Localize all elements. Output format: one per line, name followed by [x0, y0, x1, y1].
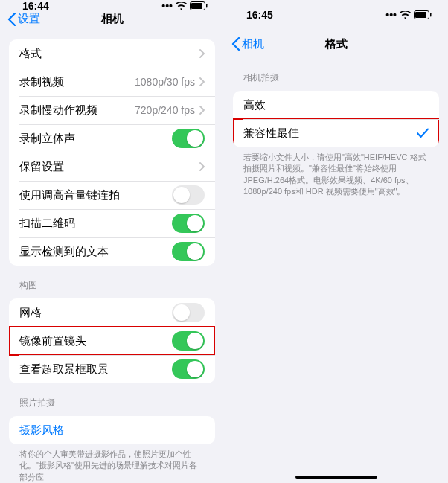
back-label: 相机 [242, 37, 264, 51]
row-record-stereo[interactable]: 录制立体声 [9, 124, 215, 153]
settings-group-2: 网格 镜像前置镜头 查看超取景框取景 [9, 298, 215, 383]
row-live-text[interactable]: 显示检测到的文本 [9, 237, 215, 266]
row-label: 镜像前置镜头 [19, 334, 86, 348]
toggle-volume-burst[interactable] [172, 185, 205, 205]
home-indicator[interactable] [295, 476, 377, 479]
row-record-slomo[interactable]: 录制慢动作视频 720p/240 fps [9, 96, 215, 124]
row-label: 格式 [19, 47, 42, 61]
camera-settings-screen: 16:44 ••• 设置 相机 格式 录制视频 1080p/30 fps 录制慢 [0, 0, 224, 483]
section-header-camera-capture: 相机拍摄 [233, 58, 439, 88]
row-grid[interactable]: 网格 [9, 298, 215, 327]
battery-icon [414, 10, 432, 19]
wifi-icon [400, 11, 411, 19]
row-high-efficiency[interactable]: 高效 [233, 91, 439, 119]
chevron-left-icon [7, 13, 16, 26]
toggle-knob [187, 361, 203, 377]
toggle-mirror-front[interactable] [172, 331, 205, 351]
svg-rect-5 [430, 13, 432, 17]
row-preserve-settings[interactable]: 保留设置 [9, 153, 215, 181]
row-label: 扫描二维码 [19, 217, 75, 231]
toggle-stereo[interactable] [172, 129, 205, 148]
section-header-composition: 构图 [9, 266, 215, 295]
nav-bar: 设置 相机 [0, 12, 224, 26]
status-bar: 16:44 ••• [0, 0, 224, 12]
row-mirror-front-camera[interactable]: 镜像前置镜头 [9, 327, 215, 355]
section-footer-styles: 将你的个人审美带进摄影作品，使照片更加个性化。"摄影风格"使用先进的场景理解技术… [9, 444, 215, 483]
chevron-left-icon [231, 37, 240, 51]
back-button[interactable]: 相机 [231, 37, 264, 51]
dots-icon: ••• [161, 0, 173, 12]
toggle-knob [173, 304, 190, 321]
chevron-right-icon [199, 49, 205, 58]
row-label: 查看超取景框取景 [19, 362, 109, 377]
row-label: 录制视频 [19, 75, 64, 89]
toggle-outside-frame[interactable] [172, 359, 205, 379]
row-value: 720p/240 fps [135, 104, 195, 116]
chevron-right-icon [199, 77, 205, 86]
row-label: 摄影风格 [19, 423, 64, 438]
chevron-right-icon [199, 162, 205, 171]
toggle-knob [187, 215, 203, 231]
row-photographic-styles[interactable]: 摄影风格 [9, 416, 215, 444]
toggle-knob [187, 130, 203, 147]
status-time: 16:44 [22, 0, 49, 12]
svg-rect-1 [191, 3, 202, 9]
toggle-live-text[interactable] [172, 242, 205, 261]
status-bar: 16:45 ••• [224, 0, 448, 30]
section-footer-formats: 若要缩小文件大小，请使用"高效"HEIF/HEVC 格式拍摄照片和视频。"兼容性… [233, 147, 439, 198]
row-formats[interactable]: 格式 [9, 39, 215, 68]
chevron-right-icon [199, 106, 205, 115]
svg-rect-4 [415, 12, 426, 18]
status-icons: ••• [161, 0, 208, 12]
status-icons: ••• [385, 9, 432, 21]
row-label: 兼容性最佳 [243, 127, 299, 141]
row-label: 网格 [19, 306, 42, 320]
status-time: 16:45 [246, 9, 273, 21]
row-record-video[interactable]: 录制视频 1080p/30 fps [9, 68, 215, 96]
settings-content: 格式 录制视频 1080p/30 fps 录制慢动作视频 720p/240 fp… [0, 26, 224, 483]
back-label: 设置 [18, 12, 40, 26]
section-header-photo-capture: 照片拍摄 [9, 383, 215, 413]
battery-icon [190, 1, 208, 10]
settings-group-1: 格式 录制视频 1080p/30 fps 录制慢动作视频 720p/240 fp… [9, 39, 215, 266]
formats-screen: 16:45 ••• 相机 格式 相机拍摄 高效 兼容性最佳 若要缩小文件大小，请… [224, 0, 448, 483]
toggle-knob [173, 187, 190, 203]
back-button[interactable]: 设置 [7, 12, 40, 26]
nav-bar: 相机 格式 [224, 30, 448, 58]
row-label: 录制立体声 [19, 132, 75, 146]
row-scan-qr[interactable]: 扫描二维码 [9, 209, 215, 237]
row-label: 显示检测到的文本 [19, 245, 109, 259]
toggle-knob [187, 243, 203, 260]
row-most-compatible[interactable]: 兼容性最佳 [233, 119, 439, 147]
row-volume-burst[interactable]: 使用调高音量键连拍 [9, 181, 215, 209]
row-value: 1080p/30 fps [135, 76, 195, 88]
row-label: 高效 [243, 98, 266, 112]
check-icon [417, 128, 429, 138]
formats-content: 相机拍摄 高效 兼容性最佳 若要缩小文件大小，请使用"高效"HEIF/HEVC … [224, 58, 448, 198]
svg-rect-2 [206, 4, 208, 8]
dots-icon: ••• [385, 9, 397, 21]
row-label: 使用调高音量键连拍 [19, 188, 120, 202]
row-view-outside-frame[interactable]: 查看超取景框取景 [9, 355, 215, 383]
toggle-scan-qr[interactable] [172, 214, 205, 233]
row-label: 保留设置 [19, 160, 64, 174]
formats-group: 高效 兼容性最佳 [233, 91, 439, 147]
wifi-icon [176, 2, 187, 10]
settings-group-3: 摄影风格 [9, 416, 215, 444]
row-label: 录制慢动作视频 [19, 103, 97, 118]
toggle-grid[interactable] [172, 303, 205, 322]
toggle-knob [187, 333, 203, 349]
